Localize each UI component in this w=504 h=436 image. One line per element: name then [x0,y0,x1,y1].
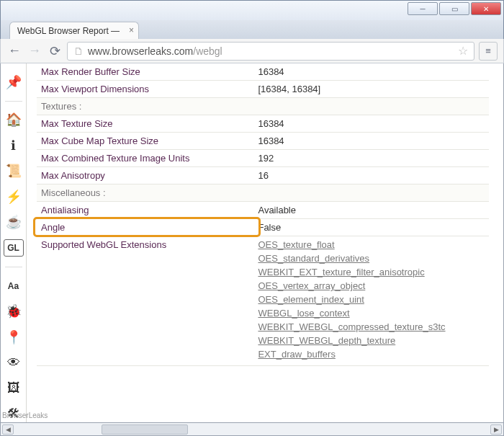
url-doc-icon: 🗋 [73,45,84,57]
horizontal-scrollbar[interactable]: ◀ ▶ [0,423,504,436]
extension-link[interactable]: OES_standard_derivatives [258,253,485,264]
section-heading: Miscellaneous : [37,184,489,202]
pin-icon[interactable]: 📌 [4,74,24,91]
url-host: www.browserleaks.com [88,45,193,57]
image-icon[interactable]: 🖼 [4,380,24,397]
row-label: Max Combined Texture Image Units [37,150,253,167]
fonts-icon[interactable]: Aa [4,277,24,295]
row-value: 16384 [253,133,489,150]
reload-button[interactable]: ⟳ [47,43,63,59]
extension-link[interactable]: WEBKIT_WEBGL_depth_texture [258,335,485,346]
brand-label: BrowserLeaks [2,411,48,419]
row-value: 16384 [253,115,489,133]
page-viewport: 📌🏠ℹ📜⚡☕GLAa🐞📍👁🖼🛠 Max Render Buffer Size16… [0,63,504,423]
row-label: Max Cube Map Texture Size [37,133,253,150]
window-close-button[interactable]: ✕ [471,2,501,15]
row-label: Max Viewport Dimensions [37,81,253,98]
flash-icon[interactable]: ⚡ [4,188,24,205]
row-value: OES_texture_floatOES_standard_derivative… [253,236,489,366]
row-label: Max Anisotropy [37,167,253,184]
extension-link[interactable]: EXT_draw_buffers [258,349,485,360]
row-value: 16384 [253,63,489,81]
script-icon[interactable]: 📜 [4,163,24,180]
tab-close-icon[interactable]: × [129,25,134,35]
table-row: Max Texture Size16384 [37,115,489,133]
section-heading: Textures : [37,98,489,115]
forward-button[interactable]: → [27,43,42,59]
bookmark-star-icon[interactable]: ☆ [458,44,468,58]
sidebar-separator [5,267,22,267]
row-value: Available [253,202,489,219]
scroll-right-arrow[interactable]: ▶ [490,424,502,435]
table-row: Max Combined Texture Image Units192 [37,150,489,167]
row-value: 16 [253,167,489,184]
info-icon[interactable]: ℹ [4,137,24,154]
window-titlebar: ─ ▭ ✕ [0,0,504,20]
chrome-menu-button[interactable]: ≡ [479,42,498,61]
geo-icon[interactable]: 📍 [4,329,24,346]
scroll-left-arrow[interactable]: ◀ [2,424,14,435]
row-label: Max Texture Size [37,115,253,133]
extension-link[interactable]: OES_element_index_uint [258,294,485,305]
table-row: Max Cube Map Texture Size16384 [37,133,489,150]
java-icon[interactable]: ☕ [4,214,24,231]
extension-link[interactable]: OES_texture_float [258,239,485,250]
row-value: 192 [253,150,489,167]
table-row: Max Viewport Dimensions[16384, 16384] [37,81,489,98]
scroll-thumb[interactable] [102,424,188,435]
extension-link[interactable]: OES_vertex_array_object [258,280,485,291]
webgl-icon[interactable]: GL [4,239,24,257]
tab-strip: WebGL Browser Report — × [0,20,504,39]
table-row: Supported WebGL ExtensionsOES_texture_fl… [37,236,489,366]
window-minimize-button[interactable]: ─ [408,2,438,15]
row-value: False [253,219,489,236]
tab-title: WebGL Browser Report — [17,26,120,36]
back-button[interactable]: ← [6,43,22,59]
sidebar-separator [5,101,22,102]
row-label: Max Render Buffer Size [37,63,253,81]
extension-link[interactable]: WEBKIT_WEBGL_compressed_texture_s3tc [258,321,485,332]
report-table: Max Render Buffer Size16384Max Viewport … [37,63,489,366]
browser-tab[interactable]: WebGL Browser Report — × [9,22,139,39]
extension-link[interactable]: WEBGL_lose_context [258,308,485,319]
report-panel: Max Render Buffer Size16384Max Viewport … [27,63,503,422]
address-bar[interactable]: 🗋 www.browserleaks.com/webgl ☆ [67,42,474,61]
table-row: Max Render Buffer Size16384 [37,63,489,81]
debug-icon[interactable]: 🐞 [4,303,24,320]
table-row: AntialiasingAvailable [37,202,489,219]
table-row: AngleFalse [37,219,489,236]
browser-toolbar: ← → ⟳ 🗋 www.browserleaks.com/webgl ☆ ≡ [0,39,504,63]
table-row: Max Anisotropy16 [37,167,489,184]
window-maximize-button[interactable]: ▭ [439,2,469,15]
row-value: [16384, 16384] [253,81,489,98]
row-label: Angle [37,219,253,236]
row-label: Antialiasing [37,202,253,219]
site-sidebar: 📌🏠ℹ📜⚡☕GLAa🐞📍👁🖼🛠 [1,63,27,422]
home-icon[interactable]: 🏠 [4,112,24,129]
row-label: Supported WebGL Extensions [37,236,253,366]
extension-link[interactable]: WEBKIT_EXT_texture_filter_anisotropic [258,267,485,277]
url-path: /webgl [193,45,222,57]
eye-icon[interactable]: 👁 [4,354,24,371]
